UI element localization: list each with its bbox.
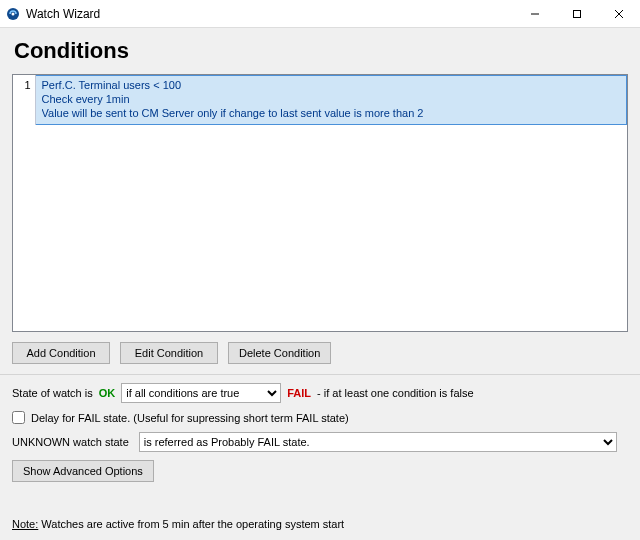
show-advanced-button[interactable]: Show Advanced Options <box>12 460 154 482</box>
note-row: Note: Watches are active from 5 min afte… <box>0 490 640 536</box>
state-ok-label: OK <box>99 387 116 399</box>
note-text: Watches are active from 5 min after the … <box>38 518 344 530</box>
condition-row-body[interactable]: Perf.C. Terminal users < 100 Check every… <box>35 76 627 125</box>
advanced-row: Show Advanced Options <box>0 460 640 490</box>
unknown-label: UNKNOWN watch state <box>12 436 129 448</box>
unknown-row: UNKNOWN watch state is referred as Proba… <box>0 430 640 460</box>
edit-condition-button[interactable]: Edit Condition <box>120 342 218 364</box>
delay-row: Delay for FAIL state. (Useful for supres… <box>0 407 640 430</box>
state-fail-label: FAIL <box>287 387 311 399</box>
wizard-window: Watch Wizard Conditions 1 Perf.C. Termin… <box>0 0 640 540</box>
state-condition-combo[interactable]: if all conditions are true <box>121 383 281 403</box>
minimize-button[interactable] <box>514 0 556 28</box>
condition-buttons-row: Add Condition Edit Condition Delete Cond… <box>0 342 640 375</box>
state-row: State of watch is OK if all conditions a… <box>0 375 640 407</box>
condition-row-index: 1 <box>13 76 35 125</box>
delete-condition-button[interactable]: Delete Condition <box>228 342 331 364</box>
window-title: Watch Wizard <box>26 7 100 21</box>
condition-line-1: Perf.C. Terminal users < 100 <box>42 78 621 92</box>
condition-row[interactable]: 1 Perf.C. Terminal users < 100 Check eve… <box>13 76 627 125</box>
state-prefix: State of watch is <box>12 387 93 399</box>
page-title: Conditions <box>14 38 626 64</box>
add-condition-button[interactable]: Add Condition <box>12 342 110 364</box>
condition-line-3: Value will be sent to CM Server only if … <box>42 106 621 120</box>
condition-line-2: Check every 1min <box>42 92 621 106</box>
note-label: Note: <box>12 518 38 530</box>
state-fail-suffix: - if at least one condition is false <box>317 387 474 399</box>
conditions-list[interactable]: 1 Perf.C. Terminal users < 100 Check eve… <box>12 74 628 332</box>
delay-fail-checkbox[interactable] <box>12 411 25 424</box>
wizard-footer: < Back Next > Cancel <box>0 536 640 540</box>
close-button[interactable] <box>598 0 640 28</box>
unknown-state-combo[interactable]: is referred as Probably FAIL state. <box>139 432 617 452</box>
maximize-button[interactable] <box>556 0 598 28</box>
app-icon <box>6 7 20 21</box>
titlebar: Watch Wizard <box>0 0 640 28</box>
svg-point-1 <box>12 12 15 15</box>
delay-fail-label[interactable]: Delay for FAIL state. (Useful for supres… <box>31 412 349 424</box>
page-header: Conditions <box>0 28 640 70</box>
svg-rect-2 <box>574 10 581 17</box>
